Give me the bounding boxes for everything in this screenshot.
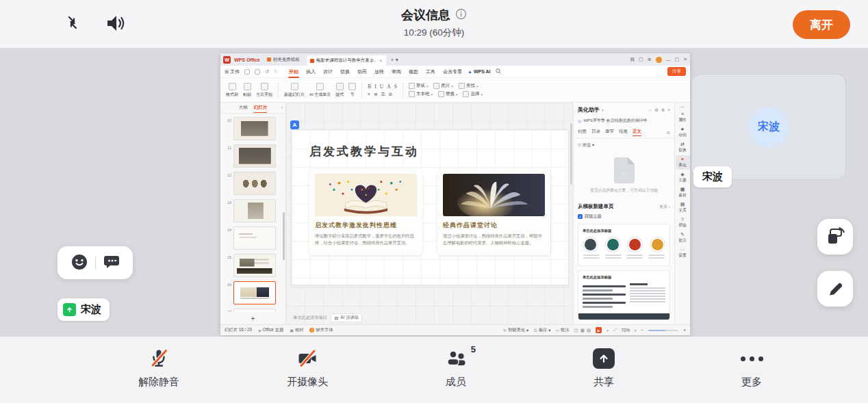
ai-speech-notes-button[interactable]: ▤AI 演讲稿 <box>331 313 362 322</box>
align-left-icon[interactable]: ≡ <box>368 92 370 97</box>
proofing-button[interactable]: ▣校对 <box>290 327 303 333</box>
list-icon[interactable]: ☰ <box>381 92 385 97</box>
file-menu[interactable]: ☰ 文件 <box>225 68 240 75</box>
close-window-icon[interactable]: ✕ <box>683 57 687 62</box>
ribbon-button[interactable]: 版式 <box>335 83 344 98</box>
collapse-panel-icon[interactable]: ‹ <box>281 105 283 110</box>
menu-tab[interactable]: 放映 <box>374 67 385 77</box>
menu-tab[interactable]: 插入 <box>305 67 316 77</box>
ribbon-insert-button[interactable]: 选择▾ <box>463 91 483 97</box>
slide-thumbnail[interactable]: 12 <box>220 172 285 199</box>
wps-account-avatar[interactable] <box>656 57 662 63</box>
minimize-icon[interactable]: — <box>666 57 671 62</box>
current-slide[interactable]: 启发式教学与互动 <box>292 130 568 285</box>
slide-thumbnail[interactable]: 15 <box>220 254 285 281</box>
wps-ai-menu[interactable]: ▲WPS AI <box>468 69 491 74</box>
chevron-down-icon[interactable]: ▾ <box>602 108 604 112</box>
sync-icon[interactable]: ⊕ <box>648 57 652 62</box>
slide-thumbnail[interactable]: 11 <box>220 144 285 172</box>
side-strip-item[interactable]: ▤ 文库 <box>676 200 690 215</box>
slide-thumbnail[interactable]: 13 <box>220 199 285 226</box>
indent-icon[interactable]: ⊞ <box>388 92 392 97</box>
font-style-button[interactable]: I <box>374 83 376 90</box>
chat-button[interactable] <box>103 255 120 272</box>
share-screen-button[interactable]: 共享 <box>556 346 652 389</box>
zoom-out-button[interactable]: − <box>641 328 644 333</box>
beautify-tab[interactable]: 结尾 <box>619 129 628 136</box>
font-style-button[interactable]: B <box>368 83 371 90</box>
wps-document-tab[interactable]: 电影史课程设计与教学方案.p..✕ <box>307 55 386 66</box>
ribbon-insert-button[interactable]: 查找▾ <box>459 83 478 89</box>
undo-icon[interactable]: ↺ <box>265 69 269 75</box>
promo-banner[interactable]: ◎WPS开学季 会员特惠优惠价倒计中 <box>574 116 674 126</box>
side-strip-item[interactable]: ≡ 属性 <box>676 110 690 125</box>
wps-template-tab[interactable]: 稻壳免费模板 <box>264 55 303 64</box>
ribbon-insert-button[interactable]: 图片▾ <box>433 83 453 89</box>
ribbon-search-icon[interactable] <box>496 68 501 75</box>
ai-assistant-icon[interactable]: A <box>290 120 299 129</box>
menu-tab[interactable]: 动画 <box>357 67 368 77</box>
layout-icon[interactable]: ▤ <box>630 57 635 62</box>
pin-icon[interactable]: ⊕ <box>661 107 665 113</box>
comments-button[interactable]: ▭批注 <box>555 327 569 333</box>
template-card-list[interactable]: 单击此处添加标题 <box>578 270 670 320</box>
new-tab-button[interactable]: + ▾ <box>391 57 398 63</box>
beautify-tab[interactable]: 章节 <box>605 129 614 136</box>
side-strip-item[interactable]: ⋯ 设置 <box>676 246 690 260</box>
beautify-tab[interactable]: 目录 <box>591 129 600 136</box>
close-tab-icon[interactable]: ✕ <box>379 58 383 63</box>
menu-tab[interactable]: 视图 <box>408 67 419 77</box>
shared-screen-wps-window[interactable]: W WPS Office 稻壳免费模板 电影史课程设计与教学方案.p..✕ + … <box>220 53 690 335</box>
window-icon[interactable]: ▢ <box>639 57 643 62</box>
ribbon-button[interactable]: 新建幻灯片 <box>284 83 305 98</box>
menu-tab[interactable]: 会员专享 <box>442 67 463 77</box>
ribbon-insert-button[interactable]: 替换▾ <box>438 91 458 97</box>
slide-thumbnail[interactable]: 10 <box>220 117 285 144</box>
ribbon-button[interactable]: 格式刷 <box>226 83 238 98</box>
add-slide-button[interactable]: + <box>220 312 285 324</box>
side-strip-item[interactable]: ✦ 美化 <box>676 155 690 170</box>
side-strip-item[interactable]: ⇄ 切换 <box>676 140 690 155</box>
redo-icon[interactable]: ↻ <box>274 69 278 75</box>
emoji-reaction-button[interactable] <box>71 253 88 273</box>
read-view-icon[interactable]: ▤ <box>587 328 591 333</box>
slide-card-right[interactable]: 经典作品课堂讨论 通过小组课堂讨论，围绕经典作品展开互动，帮助学生理解电影的时代… <box>437 169 550 255</box>
ribbon-button[interactable]: 节 <box>348 83 356 98</box>
theme-indicator[interactable]: ◈Office 主题 <box>258 327 283 333</box>
leave-meeting-button[interactable]: 离开 <box>793 10 850 39</box>
person-icon[interactable]: ⊙ <box>667 130 670 135</box>
zoom-level[interactable]: 70% <box>622 328 630 333</box>
filter-control[interactable]: ▽ 筛选 ▾ <box>574 139 674 152</box>
speaker-button[interactable] <box>104 12 126 36</box>
menu-tab[interactable]: 开始 <box>288 67 299 77</box>
side-strip-item[interactable]: ▦ 素材 <box>676 185 690 200</box>
slideshow-play-button[interactable]: ▶ <box>596 327 602 333</box>
slide-thumbnail[interactable]: 14 <box>220 226 285 254</box>
camera-on-button[interactable]: 开摄像头 <box>259 346 355 389</box>
font-style-button[interactable]: A <box>387 83 390 90</box>
side-strip-item[interactable]: ✎ 批注 <box>676 231 690 245</box>
menu-tab[interactable]: 工具 <box>425 67 436 77</box>
beautify-tab-active[interactable]: 正文 <box>633 129 641 136</box>
more-templates-link[interactable]: 更多 › <box>659 204 670 210</box>
missing-font-warning[interactable]: !缺失字体 <box>309 327 333 333</box>
zoom-in-button[interactable]: + <box>683 328 686 333</box>
print-icon[interactable] <box>255 69 260 75</box>
more-button[interactable]: 更多 <box>704 346 800 389</box>
members-button[interactable]: 5 成员 <box>408 346 504 389</box>
beautify-tab[interactable]: 封面 <box>578 129 587 136</box>
side-strip-item[interactable]: ★ 动画 <box>676 125 690 140</box>
wps-window-controls[interactable]: ▤▢⊕ —▢✕ <box>630 57 687 63</box>
menu-tab[interactable]: 审阅 <box>391 67 402 77</box>
restore-icon[interactable]: ▢ <box>675 57 680 62</box>
slide-canvas[interactable]: A 启发式教学与互动 <box>286 103 573 324</box>
fit-window-icon[interactable]: ⤢ <box>613 328 617 333</box>
wps-share-button[interactable]: 分享 <box>667 67 686 76</box>
zoom-slider[interactable] <box>648 330 678 331</box>
ribbon-button[interactable]: 当页开始 <box>256 83 272 98</box>
headset-icon[interactable]: ∩ <box>648 107 652 113</box>
ribbon-button[interactable]: AI 生成单页 <box>309 83 331 98</box>
sharer-indicator[interactable]: 宋波 <box>58 298 110 321</box>
gear-icon[interactable]: ⚙ <box>654 107 659 113</box>
notes-button[interactable]: ☰备注 ▾ <box>533 327 550 333</box>
